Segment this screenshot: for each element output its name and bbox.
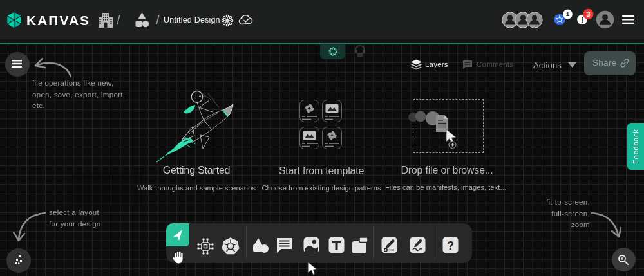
svg-text:3: 3 [586, 10, 590, 18]
svg-text:1: 1 [566, 10, 570, 17]
svg-text:?: ? [447, 239, 454, 252]
svg-text:!: ! [581, 15, 583, 24]
